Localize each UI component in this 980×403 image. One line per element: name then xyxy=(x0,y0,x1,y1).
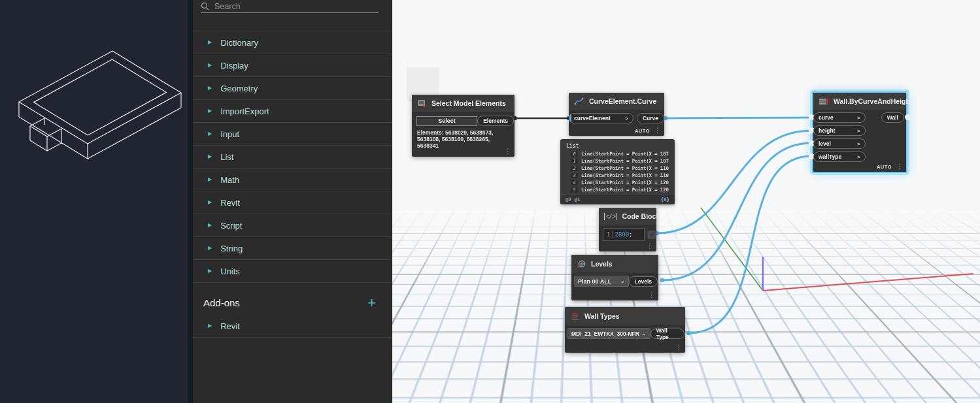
sidebar-item-math[interactable]: ▶ Math xyxy=(193,169,392,191)
output-port-elements[interactable]: Elements xyxy=(477,116,514,126)
wire-height[interactable] xyxy=(657,131,811,233)
addons-header: Add-ons + xyxy=(193,283,392,315)
output-port-walltype[interactable]: Wall Type xyxy=(651,329,684,339)
x-axis xyxy=(763,274,973,291)
list-item-text: Line(StartPoint = Point(X = 110 xyxy=(581,172,669,178)
output-port-curve[interactable]: Curve xyxy=(637,113,664,123)
sidebar-item-list[interactable]: ▶ List xyxy=(193,146,392,169)
output-port-codeblock[interactable]: > xyxy=(647,231,656,239)
node-options-icon[interactable]: ⋮ xyxy=(896,163,903,170)
sidebar-item-label: Geometry xyxy=(220,84,258,93)
chevron-icon: > xyxy=(857,141,860,147)
node-title: Levels xyxy=(591,260,613,268)
sidebar-item-importexport[interactable]: ▶ ImportExport xyxy=(193,100,392,123)
connected-port-marker xyxy=(569,114,571,122)
expand-arrow-icon: ▶ xyxy=(208,86,212,91)
background-3d-preview[interactable] xyxy=(0,0,193,403)
sidebar-item-string[interactable]: ▶ String xyxy=(193,237,392,260)
sidebar-item-label: Units xyxy=(220,266,240,276)
preview-footer: @2 @1 {6} xyxy=(560,194,675,204)
sidebar-item-label: Math xyxy=(220,175,239,185)
list-index-badge: 3 xyxy=(571,173,578,178)
sidebar-item-script[interactable]: ▶ Script xyxy=(193,214,392,237)
dropdown-value: Plan 00 ALL xyxy=(578,278,611,285)
wall-wireframe-geometry xyxy=(0,0,193,403)
node-options-icon[interactable]: ⋮ xyxy=(654,127,661,134)
code-text: 2800; xyxy=(613,231,632,238)
sidebar-item-label: Dictionary xyxy=(220,38,258,48)
expand-arrow-icon: ▶ xyxy=(208,323,212,329)
input-port-curveelement[interactable]: curveElement > xyxy=(569,113,634,123)
wall-type-dropdown[interactable]: MDI_21_EWTXX_300-NFR ⌄ xyxy=(567,328,651,339)
input-port-level[interactable]: level > xyxy=(813,138,866,149)
workspace-canvas[interactable]: Select Model Elements Select Elements El… xyxy=(392,0,980,403)
node-title: Code Block xyxy=(622,212,660,220)
add-package-button[interactable]: + xyxy=(367,298,376,308)
sidebar-item-label: Display xyxy=(220,61,248,71)
node-options-icon[interactable]: ⋮ xyxy=(505,148,511,155)
sidebar-item-input[interactable]: ▶ Input xyxy=(193,123,392,146)
code-editor[interactable]: 1 2800; xyxy=(603,228,645,241)
sidebar-item-label: List xyxy=(220,152,233,162)
lacing-label[interactable]: AUTO xyxy=(877,164,892,170)
port-label: wallType xyxy=(819,153,841,160)
code-block-icon: </> xyxy=(604,213,617,220)
search-icon xyxy=(201,2,209,10)
input-port-walltype[interactable]: wallType > xyxy=(813,152,866,162)
select-button[interactable]: Select xyxy=(416,116,477,126)
node-code-block: </> Code Block 1 2800; > ⋮ xyxy=(599,208,656,251)
expand-arrow-icon: ▶ xyxy=(208,108,212,114)
sidebar-item-addons-revit[interactable]: ▶ Revit xyxy=(193,315,392,338)
search-input[interactable] xyxy=(214,2,345,11)
output-port-wall[interactable]: Wall xyxy=(881,112,904,123)
wire-walltype[interactable] xyxy=(688,156,811,333)
sidebar-item-display[interactable]: ▶ Display xyxy=(193,54,392,77)
list-item-text: Line(StartPoint = Point(X = 107 xyxy=(581,151,669,157)
input-port-height[interactable]: height > xyxy=(813,125,866,136)
list-item: 2 Line(StartPoint = Point(X = 110 xyxy=(560,165,675,172)
lacing-label[interactable]: AUTO xyxy=(635,128,650,134)
node-title: Wall.ByCurveAndHeight xyxy=(834,97,912,105)
node-select-model-elements: Select Model Elements Select Elements El… xyxy=(412,95,515,157)
sidebar-item-dictionary[interactable]: ▶ Dictionary xyxy=(193,31,392,54)
node-options-icon[interactable]: ⋮ xyxy=(675,344,682,351)
node-header[interactable]: Levels xyxy=(571,255,658,273)
node-header[interactable]: </> Code Block xyxy=(599,208,656,225)
wall-types-icon xyxy=(570,312,580,321)
chevron-icon: > xyxy=(857,128,860,134)
node-header[interactable]: Wall.ByCurveAndHeight xyxy=(813,93,906,110)
wire-level[interactable] xyxy=(662,143,811,280)
node-title: CurveElement.Curve xyxy=(589,97,656,105)
node-header[interactable]: CurveElement.Curve xyxy=(569,93,664,110)
levels-icon xyxy=(577,259,586,269)
node-wall-types: Wall Types MDI_21_EWTXX_300-NFR ⌄ Wall T… xyxy=(565,307,685,353)
output-port-levels[interactable]: Levels xyxy=(629,276,658,287)
expand-arrow-icon: ▶ xyxy=(208,40,212,45)
addons-list: ▶ Revit xyxy=(193,315,392,338)
levels-dropdown[interactable]: Plan 00 ALL ⌄ xyxy=(574,276,629,287)
list-item-text: Line(StartPoint = Point(X = 110 xyxy=(581,165,669,171)
list-index-badge: 0 xyxy=(571,152,578,157)
y-axis xyxy=(701,208,763,291)
input-port-curve[interactable]: curve > xyxy=(813,112,866,123)
data-preview-bubble[interactable]: List 0 Line(StartPoint = Point(X = 107 1… xyxy=(560,139,675,204)
list-index-badge: 2 xyxy=(571,166,578,171)
list-count: {6} xyxy=(660,197,669,202)
sidebar-item-revit[interactable]: ▶ Revit xyxy=(193,191,392,214)
chevron-icon: > xyxy=(857,115,860,121)
node-header[interactable]: Select Model Elements xyxy=(412,95,515,112)
sidebar-item-units[interactable]: ▶ Units xyxy=(193,260,392,283)
port-label: height xyxy=(819,127,836,134)
library-panel: ▶ Dictionary ▶ Display ▶ Geometry ▶ Impo… xyxy=(193,0,392,403)
expand-arrow-icon: ▶ xyxy=(208,246,212,251)
sidebar-item-geometry[interactable]: ▶ Geometry xyxy=(193,77,392,100)
node-header[interactable]: Wall Types xyxy=(565,307,685,325)
list-item-text: Line(StartPoint = Point(X = 107 xyxy=(581,158,669,164)
list-level-controls[interactable]: @2 @1 xyxy=(566,197,581,202)
node-options-icon[interactable]: ⋮ xyxy=(647,243,653,250)
node-options-icon[interactable]: ⋮ xyxy=(649,292,655,298)
dropdown-value: MDI_21_EWTXX_300-NFR xyxy=(571,330,639,337)
chevron-icon: > xyxy=(625,116,628,121)
chevron-icon: > xyxy=(857,154,860,160)
wire-curve[interactable] xyxy=(666,118,811,118)
